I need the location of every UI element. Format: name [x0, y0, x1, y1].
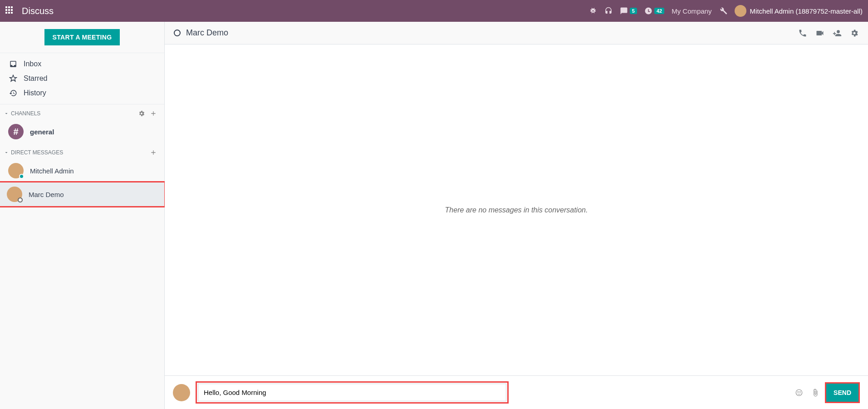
inbox-label: Inbox — [24, 60, 41, 68]
chat-body: There are no messages in this conversati… — [165, 44, 868, 375]
presence-offline-icon — [174, 30, 181, 36]
history-label: History — [24, 89, 46, 97]
user-display-name: Mitchell Admin (18879752-master-all) — [750, 7, 863, 15]
chevron-down-icon — [4, 111, 9, 116]
gear-icon[interactable] — [138, 110, 145, 117]
channel-general[interactable]: # general — [0, 120, 164, 143]
history-icon — [9, 89, 17, 97]
hash-icon: # — [8, 124, 24, 139]
attachment-icon[interactable] — [811, 389, 819, 397]
empty-conversation-text: There are no messages in this conversati… — [445, 206, 588, 214]
send-button-highlight: SEND — [825, 382, 860, 403]
svg-point-1 — [798, 391, 799, 392]
dm-name-label: Mitchell Admin — [30, 167, 74, 175]
gear-icon[interactable] — [850, 29, 859, 38]
dm-header: DIRECT MESSAGES — [0, 143, 164, 159]
topbar-right: 5 42 My Company Mitchell Admin (18879752… — [589, 5, 863, 17]
debug-icon[interactable] — [589, 7, 597, 15]
starred-item[interactable]: Starred — [0, 71, 164, 86]
channels-toggle[interactable]: CHANNELS — [4, 110, 40, 117]
svg-point-2 — [800, 391, 801, 392]
messages-badge: 5 — [630, 8, 637, 14]
chat-header: Marc Demo — [165, 22, 868, 44]
star-icon — [9, 74, 17, 83]
history-item[interactable]: History — [0, 86, 164, 100]
user-menu[interactable]: Mitchell Admin (18879752-master-all) — [735, 5, 863, 17]
channels-header-label: CHANNELS — [11, 110, 40, 117]
inbox-item[interactable]: Inbox — [0, 57, 164, 71]
channels-header: CHANNELS — [0, 104, 164, 120]
chat-title: Marc Demo — [186, 28, 228, 38]
add-user-icon[interactable] — [833, 29, 842, 38]
plus-icon[interactable] — [150, 149, 157, 156]
starred-label: Starred — [24, 74, 47, 83]
presence-offline-icon — [18, 197, 23, 202]
activities-badge: 42 — [654, 8, 664, 14]
activities-icon[interactable]: 42 — [644, 7, 664, 15]
tools-icon[interactable] — [719, 7, 727, 15]
dm-mitchell-admin[interactable]: Mitchell Admin — [0, 159, 164, 182]
app-title: Discuss — [22, 6, 54, 16]
composer-avatar — [173, 384, 190, 401]
apps-menu-icon[interactable] — [5, 6, 15, 15]
company-switcher[interactable]: My Company — [672, 7, 711, 15]
chevron-down-icon — [4, 150, 9, 155]
avatar — [8, 163, 24, 178]
plus-icon[interactable] — [150, 110, 157, 117]
topbar: Discuss 5 42 My Company Mitchell Admin (… — [0, 0, 868, 22]
dm-name-label: Marc Demo — [29, 191, 64, 198]
dm-toggle[interactable]: DIRECT MESSAGES — [4, 149, 63, 156]
sidebar: START A MEETING Inbox Starred History CH… — [0, 22, 165, 409]
composer-input-highlight — [196, 381, 509, 404]
presence-online-icon — [19, 174, 24, 179]
message-input[interactable] — [198, 384, 506, 401]
start-meeting-button[interactable]: START A MEETING — [44, 29, 120, 45]
inbox-icon — [9, 60, 17, 68]
avatar — [7, 187, 22, 202]
composer: SEND — [165, 375, 868, 409]
user-avatar — [735, 5, 746, 17]
chat-content: Marc Demo There are no messages in this … — [165, 22, 868, 409]
channel-name-label: general — [30, 128, 54, 136]
video-icon[interactable] — [815, 29, 824, 38]
messages-icon[interactable]: 5 — [620, 7, 637, 15]
dm-header-label: DIRECT MESSAGES — [11, 149, 63, 156]
dm-marc-demo[interactable]: Marc Demo — [0, 181, 166, 207]
phone-call-icon[interactable] — [798, 29, 807, 38]
svg-point-0 — [796, 389, 802, 396]
phone-icon[interactable] — [604, 7, 613, 15]
send-button[interactable]: SEND — [826, 384, 858, 402]
emoji-icon[interactable] — [795, 389, 803, 397]
